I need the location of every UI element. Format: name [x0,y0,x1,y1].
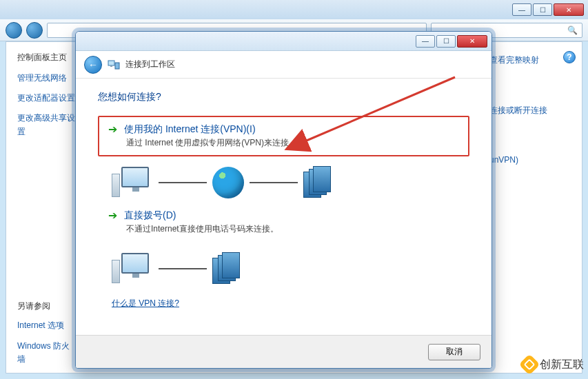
nav-fwd-icon[interactable] [26,22,43,39]
outer-max-button[interactable]: ☐ [533,3,552,16]
what-is-vpn-link[interactable]: 什么是 VPN 连接? [112,298,179,309]
vpn-diagram [112,166,469,199]
globe-icon [212,167,244,198]
outer-close-button[interactable]: ✕ [554,3,584,16]
sidebar-heading: 控制面板主页 [17,52,75,63]
dialog-body: 您想如何连接? ➔ 使用我的 Internet 连接(VPN)(I) 通过 In… [76,79,491,335]
arrow-right-icon: ➔ [108,210,117,221]
dialup-diagram [112,252,469,285]
dialog-min-button[interactable]: — [416,35,435,48]
arrow-right-icon: ➔ [108,124,117,135]
computer-icon [112,253,153,285]
watermark-badge-icon [518,354,540,375]
watermark: 创新互联 [522,357,584,372]
server-icon [303,166,330,199]
back-icon[interactable]: ← [84,56,102,74]
dialog-footer: 取消 [76,335,491,368]
line-icon [159,268,207,269]
help-icon[interactable]: ? [563,51,576,63]
sidebar-link[interactable]: Internet 选项 [17,319,75,332]
watermark-text: 创新互联 [540,358,584,372]
network-icon [108,59,120,70]
outer-titlebar: — ☐ ✕ [0,0,588,19]
option-vpn-sub: 通过 Internet 使用虚拟专用网络(VPN)来连接 [126,137,460,149]
dialog-close-button[interactable]: ✕ [457,35,487,48]
svg-rect-0 [108,61,114,65]
sidebar-link[interactable]: 管理无线网络 [17,72,75,85]
sidebar-link[interactable]: 更改高级共享设置 [17,112,75,138]
connect-workplace-dialog: — ☐ ✕ ← 连接到工作区 您想如何连接? ➔ 使用我的 Internet 连… [75,31,492,369]
sidebar-see-also-heading: 另请参阅 [17,300,75,312]
svg-rect-2 [115,63,119,69]
sidebar: 控制面板主页 管理无线网络 更改适配器设置 更改高级共享设置 另请参阅 Inte… [6,42,82,373]
dialog-max-button[interactable]: ☐ [436,35,456,48]
right-link[interactable]: 连接或断开连接 [489,105,575,116]
option-vpn-title: 使用我的 Internet 连接(VPN)(I) [124,123,256,136]
line-icon [159,182,207,183]
nav-back-icon[interactable] [6,22,22,39]
sidebar-link[interactable]: 更改适配器设置 [17,92,75,105]
cancel-button[interactable]: 取消 [428,344,480,360]
right-link[interactable]: unVPN) [489,155,575,165]
dialog-header: ← 连接到工作区 [76,51,491,79]
sidebar-link[interactable]: Windows 防火墙 [17,340,75,366]
dialog-title: 连接到工作区 [125,59,175,70]
dialog-question: 您想如何连接? [98,91,469,103]
server-icon [212,252,239,285]
dialog-titlebar: — ☐ ✕ [76,32,491,51]
option-dialup[interactable]: ➔ 直接拨号(D) 不通过Internet直接使用电话号码来连接。 [98,202,469,243]
computer-icon [112,167,153,198]
svg-rect-1 [110,65,112,67]
option-dialup-title: 直接拨号(D) [124,209,176,222]
line-icon [250,182,298,183]
right-link[interactable]: 查看完整映射 [489,54,575,66]
right-column: 查看完整映射 连接或断开连接 unVPN) [485,42,582,373]
option-vpn[interactable]: ➔ 使用我的 Internet 连接(VPN)(I) 通过 Internet 使… [98,116,469,156]
option-dialup-sub: 不通过Internet直接使用电话号码来连接。 [126,223,460,235]
outer-min-button[interactable]: — [512,3,531,16]
